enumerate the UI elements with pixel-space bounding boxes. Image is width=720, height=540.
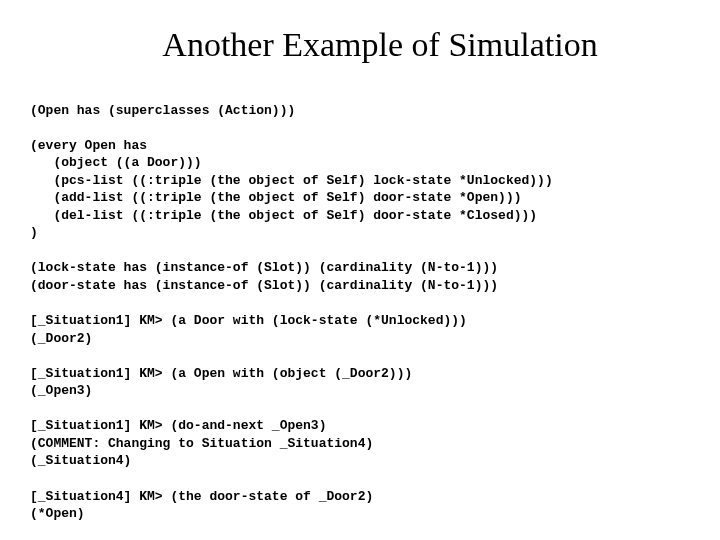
slide: Another Example of Simulation (Open has … bbox=[0, 0, 720, 540]
code-line: (every Open has bbox=[30, 138, 147, 153]
code-block: (Open has (superclasses (Action))) (ever… bbox=[30, 84, 690, 540]
code-line: (object ((a Door))) bbox=[30, 155, 202, 170]
code-line: (Open has (superclasses (Action))) bbox=[30, 103, 295, 118]
code-line: ) bbox=[30, 225, 38, 240]
code-line: (*Open) bbox=[30, 506, 85, 521]
code-line: [_Situation1] KM> (do-and-next _Open3) bbox=[30, 418, 326, 433]
code-line: (door-state has (instance-of (Slot)) (ca… bbox=[30, 278, 498, 293]
code-line: (_Situation4) bbox=[30, 453, 131, 468]
code-line: [_Situation1] KM> (a Open with (object (… bbox=[30, 366, 412, 381]
code-line: (_Open3) bbox=[30, 383, 92, 398]
code-line: (add-list ((:triple (the object of Self)… bbox=[30, 190, 521, 205]
code-line: (del-list ((:triple (the object of Self)… bbox=[30, 208, 537, 223]
code-line: (_Door2) bbox=[30, 331, 92, 346]
code-line: (pcs-list ((:triple (the object of Self)… bbox=[30, 173, 553, 188]
code-line: [_Situation1] KM> (a Door with (lock-sta… bbox=[30, 313, 467, 328]
page-title: Another Example of Simulation bbox=[30, 26, 690, 64]
code-line: [_Situation4] KM> (the door-state of _Do… bbox=[30, 489, 373, 504]
code-line: (lock-state has (instance-of (Slot)) (ca… bbox=[30, 260, 498, 275]
code-line: (COMMENT: Changing to Situation _Situati… bbox=[30, 436, 373, 451]
